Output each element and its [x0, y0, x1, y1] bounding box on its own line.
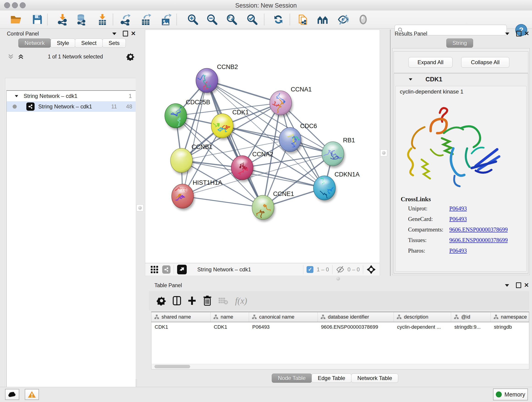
node-label: HIST1H1A [193, 179, 222, 186]
network-row[interactable]: String Network – cdk1 11 48 [7, 101, 136, 112]
crosslink-link[interactable]: 9606.ENSP00000378699 [449, 237, 508, 243]
tree-expand-icon[interactable] [15, 95, 18, 97]
panel-close-icon[interactable]: ✕ [131, 31, 136, 36]
table-cell[interactable]: 9606.ENSP00000378699 [318, 322, 394, 332]
crosslink-link[interactable]: P06493 [449, 205, 467, 212]
network-node-CCNB1[interactable]: CCNB1 [171, 143, 213, 175]
show-columns-icon[interactable] [172, 296, 181, 306]
export-network-icon[interactable] [119, 13, 132, 26]
zoom-fit-icon[interactable] [225, 13, 238, 26]
horizontal-splitter-handle[interactable] [336, 277, 340, 281]
grid-view-icon[interactable] [150, 265, 158, 274]
import-table-icon[interactable] [96, 13, 109, 26]
column-header-label: description [404, 314, 428, 320]
memory-label: Memory [505, 391, 525, 398]
column-header-description[interactable]: description [394, 312, 451, 322]
zoom-out-icon[interactable] [206, 13, 218, 26]
panel-float-icon[interactable] [516, 31, 521, 36]
table-cell[interactable]: CDK1 [152, 322, 210, 332]
tab-string[interactable]: String [446, 38, 473, 48]
table-cell[interactable]: CDK1 [210, 322, 249, 332]
column-header--id[interactable]: @id [451, 312, 491, 322]
tab-edge-table[interactable]: Edge Table [312, 374, 351, 383]
export-table-icon[interactable] [140, 13, 152, 26]
column-header-database-identifier[interactable]: database identifier [318, 312, 394, 322]
crosslink-link[interactable]: P06493 [449, 248, 467, 254]
column-header-name[interactable]: name [210, 312, 249, 322]
table-cell[interactable]: stringdb:9... [451, 322, 491, 332]
node-table[interactable]: shared namenamecanonical namedatabase id… [151, 312, 529, 370]
selected-nodes-checkbox[interactable]: ✓ [307, 266, 313, 273]
table-cell[interactable]: stringdb [491, 322, 529, 332]
tab-sets[interactable]: Sets [102, 38, 126, 48]
navigator-icon[interactable] [366, 265, 376, 274]
collapse-all-icon[interactable] [7, 53, 14, 60]
network-edge[interactable] [207, 80, 263, 207]
network-node-HIST1H1A[interactable]: HIST1H1A [172, 179, 222, 211]
warning-button[interactable] [25, 389, 39, 400]
tab-network-table[interactable]: Network Table [351, 374, 399, 383]
export-image-icon[interactable] [160, 13, 172, 26]
add-column-icon[interactable] [187, 296, 196, 305]
left-splitter-toggle[interactable] [137, 204, 143, 211]
panel-close-icon[interactable]: ✕ [524, 283, 529, 287]
scrollbar-thumb[interactable] [154, 365, 190, 368]
status-bar: Memory [0, 387, 532, 402]
table-cell[interactable]: cyclin-dependent ... [394, 322, 451, 332]
import-network-icon[interactable] [56, 13, 69, 26]
memory-button[interactable]: Memory [493, 389, 528, 400]
column-header-namespace[interactable]: namespace [491, 312, 529, 322]
zoom-in-icon[interactable] [186, 13, 199, 26]
tab-style[interactable]: Style [51, 38, 75, 48]
network-canvas[interactable]: CCNB2CCNA1CDC25BCDK1CDC6RB1CCNB1CCNA2CDK… [145, 30, 380, 263]
network-node-CDKN1A[interactable]: CDKN1A [313, 171, 360, 202]
open-session-icon[interactable] [10, 13, 22, 26]
network-node-CCNB2[interactable]: CCNB2 [196, 64, 238, 95]
delete-column-icon[interactable] [203, 296, 212, 306]
tab-select[interactable]: Select [75, 38, 103, 48]
panel-float-icon[interactable] [516, 282, 521, 288]
expand-all-button[interactable]: Expand All [409, 57, 452, 68]
column-header-canonical-name[interactable]: canonical name [249, 312, 318, 322]
table-h-scrollbar[interactable] [152, 364, 529, 369]
network-edge[interactable] [183, 80, 207, 196]
collapse-all-button[interactable]: Collapse All [461, 57, 509, 68]
gear-icon[interactable] [127, 52, 135, 61]
first-neighbors-icon[interactable] [317, 13, 329, 26]
panel-menu-icon[interactable] [112, 32, 116, 35]
panel-float-icon[interactable] [123, 31, 128, 36]
clone-network-icon[interactable] [297, 13, 309, 26]
tab-network[interactable]: Network [18, 38, 51, 48]
panel-menu-icon[interactable] [505, 32, 509, 35]
network-collection-row[interactable]: String Network – cdk1 1 [7, 91, 136, 101]
save-session-icon[interactable] [31, 13, 44, 26]
table-settings-gear-icon[interactable] [157, 296, 166, 306]
hidden-eye-icon[interactable] [336, 266, 345, 274]
tab-node-table[interactable]: Node Table [272, 374, 312, 383]
network-node-CDC6[interactable]: CDC6 [279, 123, 317, 154]
left-splitter[interactable] [136, 29, 145, 379]
refresh-icon[interactable] [272, 13, 285, 26]
import-database-icon[interactable] [75, 13, 88, 26]
selected-counts: 1 – 0 [317, 266, 329, 273]
open-in-window-icon[interactable] [177, 265, 187, 274]
table-row[interactable]: CDK1CDK1P064939606.ENSP00000378699cyclin… [152, 322, 529, 332]
show-all-icon[interactable] [357, 13, 369, 26]
right-splitter-toggle[interactable] [380, 149, 387, 156]
crosslink-link[interactable]: P06493 [449, 216, 467, 222]
network-node-RB1[interactable]: RB1 [322, 137, 355, 168]
column-header-shared-name[interactable]: shared name [152, 312, 210, 322]
section-collapse-icon[interactable] [409, 78, 412, 80]
toolbar-separator [177, 14, 177, 25]
cloud-button[interactable] [5, 389, 19, 400]
network-graph[interactable]: CCNB2CCNA1CDC25BCDK1CDC6RB1CCNB1CCNA2CDK… [145, 30, 380, 263]
hide-selected-icon[interactable] [337, 13, 349, 26]
network-node-CCNE1[interactable]: CCNE1 [252, 191, 294, 222]
cdk1-section-header[interactable]: CDK1 [394, 74, 528, 85]
panel-close-icon[interactable]: ✕ [524, 31, 529, 36]
table-cell[interactable]: P06493 [249, 322, 318, 332]
zoom-selected-icon[interactable] [246, 13, 258, 26]
crosslink-link[interactable]: 9606.ENSP00000378699 [449, 226, 508, 233]
expand-all-icon[interactable] [17, 53, 24, 60]
panel-menu-icon[interactable] [505, 284, 509, 287]
